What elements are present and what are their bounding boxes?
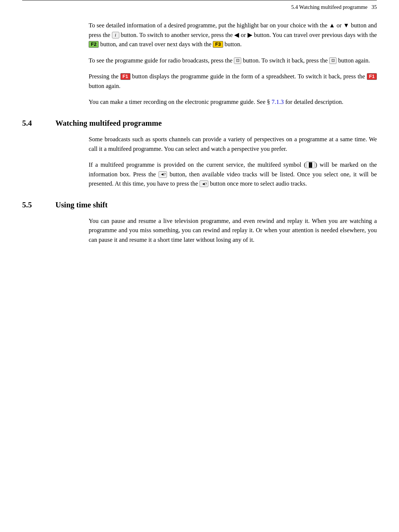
- multifeed-1-text: Some broadcasts such as sports channels …: [89, 136, 377, 152]
- ref-link-713[interactable]: 7.1.3: [272, 98, 284, 105]
- paragraph-multifeed-1: Some broadcasts such as sports channels …: [89, 135, 377, 153]
- paragraph-intro-3: Pressing the F1 button displays the prog…: [89, 72, 377, 91]
- page: 5.4 Watching multifeed programme 35 To s…: [0, 0, 399, 532]
- header-section-title: 5.4 Watching multifeed programme: [291, 4, 367, 10]
- paragraph-intro-1: To see detailed information of a desired…: [89, 21, 377, 49]
- f1-button-2: F1: [367, 73, 377, 80]
- paragraph-intro-2: To see the programme guide for radio bro…: [89, 56, 377, 65]
- content-area: To see detailed information of a desired…: [0, 13, 399, 273]
- section-54-title: Watching multifeed programme: [55, 119, 162, 128]
- section-54-number: 5.4: [22, 119, 55, 128]
- f2-button: F2: [89, 41, 99, 48]
- i-button: i: [112, 32, 119, 38]
- section-55-heading: 5.5 Using time shift: [22, 200, 377, 210]
- timeshift-1-text: You can pause and resume a live televisi…: [89, 217, 377, 243]
- section-54-heading: 5.4 Watching multifeed programme: [22, 119, 377, 128]
- audio-button-2: ◄?: [200, 180, 208, 187]
- header-page-number: 35: [372, 4, 377, 10]
- paragraph-intro-4: You can make a timer recording on the el…: [89, 97, 377, 107]
- multifeed-2-text: If a multifeed programme is provided on …: [89, 161, 377, 187]
- radio-tv-button-2: ⊡: [329, 57, 337, 64]
- f1-button-1: F1: [120, 73, 130, 80]
- section-55-number: 5.5: [22, 200, 55, 210]
- intro-4-text: You can make a timer recording on the el…: [89, 98, 343, 105]
- header-bar: 5.4 Watching multifeed programme 35: [0, 0, 399, 13]
- intro-2-text: To see the programme guide for radio bro…: [89, 57, 370, 64]
- paragraph-multifeed-2: If a multifeed programme is provided on …: [89, 160, 377, 189]
- intro-1-text-a: To see detailed information of a desired…: [89, 22, 377, 48]
- audio-button-1: ◄?: [158, 171, 167, 178]
- paragraph-timeshift-1: You can pause and resume a live televisi…: [89, 216, 377, 245]
- header-text: 5.4 Watching multifeed programme 35: [291, 4, 377, 10]
- radio-tv-button-1: ⊡: [234, 57, 241, 64]
- intro-3-text: Pressing the F1 button displays the prog…: [89, 73, 377, 89]
- f3-button: F3: [213, 41, 223, 48]
- section-55-title: Using time shift: [55, 200, 108, 210]
- multifeed-symbol: ▐▌: [306, 162, 315, 168]
